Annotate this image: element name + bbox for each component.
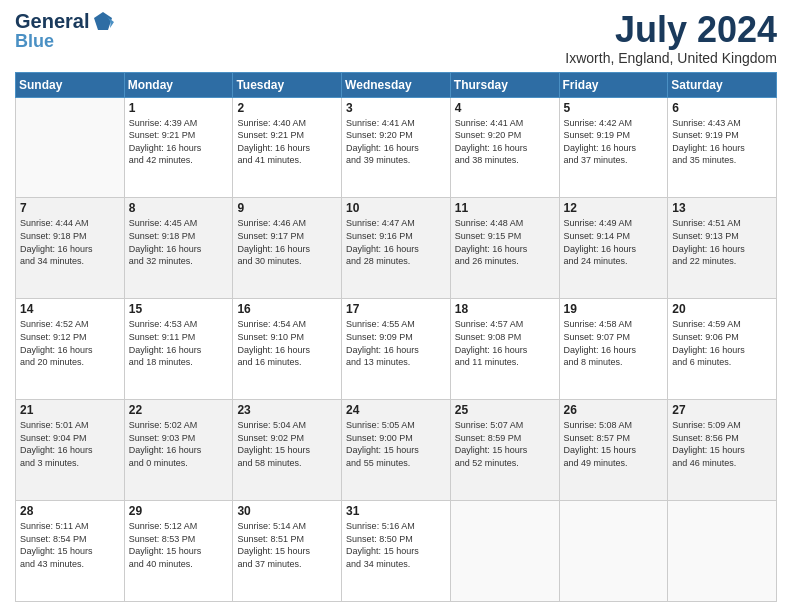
day-number: 24 [346,403,446,417]
day-info: Sunrise: 4:42 AM Sunset: 9:19 PM Dayligh… [564,117,664,167]
day-number: 21 [20,403,120,417]
day-number: 1 [129,101,229,115]
day-number: 25 [455,403,555,417]
logo: General Blue [15,10,114,50]
day-info: Sunrise: 4:45 AM Sunset: 9:18 PM Dayligh… [129,217,229,267]
day-info: Sunrise: 5:11 AM Sunset: 8:54 PM Dayligh… [20,520,120,570]
day-number: 3 [346,101,446,115]
day-info: Sunrise: 5:01 AM Sunset: 9:04 PM Dayligh… [20,419,120,469]
calendar-day-cell: 4Sunrise: 4:41 AM Sunset: 9:20 PM Daylig… [450,97,559,198]
calendar-day-cell [450,501,559,602]
calendar-day-cell: 28Sunrise: 5:11 AM Sunset: 8:54 PM Dayli… [16,501,125,602]
calendar-table: SundayMondayTuesdayWednesdayThursdayFrid… [15,72,777,602]
calendar-day-cell: 6Sunrise: 4:43 AM Sunset: 9:19 PM Daylig… [668,97,777,198]
calendar-header-row: SundayMondayTuesdayWednesdayThursdayFrid… [16,72,777,97]
calendar-day-cell: 1Sunrise: 4:39 AM Sunset: 9:21 PM Daylig… [124,97,233,198]
calendar-week-row: 21Sunrise: 5:01 AM Sunset: 9:04 PM Dayli… [16,400,777,501]
calendar-week-row: 28Sunrise: 5:11 AM Sunset: 8:54 PM Dayli… [16,501,777,602]
calendar-day-cell: 14Sunrise: 4:52 AM Sunset: 9:12 PM Dayli… [16,299,125,400]
calendar-day-cell: 7Sunrise: 4:44 AM Sunset: 9:18 PM Daylig… [16,198,125,299]
day-info: Sunrise: 4:49 AM Sunset: 9:14 PM Dayligh… [564,217,664,267]
day-number: 11 [455,201,555,215]
day-number: 9 [237,201,337,215]
day-info: Sunrise: 4:40 AM Sunset: 9:21 PM Dayligh… [237,117,337,167]
calendar-day-cell: 24Sunrise: 5:05 AM Sunset: 9:00 PM Dayli… [342,400,451,501]
calendar-day-header: Wednesday [342,72,451,97]
calendar-day-cell: 18Sunrise: 4:57 AM Sunset: 9:08 PM Dayli… [450,299,559,400]
calendar-day-cell: 30Sunrise: 5:14 AM Sunset: 8:51 PM Dayli… [233,501,342,602]
day-number: 27 [672,403,772,417]
day-number: 23 [237,403,337,417]
calendar-day-cell: 8Sunrise: 4:45 AM Sunset: 9:18 PM Daylig… [124,198,233,299]
day-info: Sunrise: 4:57 AM Sunset: 9:08 PM Dayligh… [455,318,555,368]
month-title: July 2024 [565,10,777,50]
calendar-day-cell: 27Sunrise: 5:09 AM Sunset: 8:56 PM Dayli… [668,400,777,501]
calendar-day-cell: 11Sunrise: 4:48 AM Sunset: 9:15 PM Dayli… [450,198,559,299]
day-info: Sunrise: 5:02 AM Sunset: 9:03 PM Dayligh… [129,419,229,469]
page: General Blue July 2024 Ixworth, England,… [0,0,792,612]
calendar-day-cell: 13Sunrise: 4:51 AM Sunset: 9:13 PM Dayli… [668,198,777,299]
calendar-day-cell: 17Sunrise: 4:55 AM Sunset: 9:09 PM Dayli… [342,299,451,400]
calendar-day-cell: 20Sunrise: 4:59 AM Sunset: 9:06 PM Dayli… [668,299,777,400]
calendar-day-cell [16,97,125,198]
calendar-day-cell: 15Sunrise: 4:53 AM Sunset: 9:11 PM Dayli… [124,299,233,400]
day-info: Sunrise: 5:08 AM Sunset: 8:57 PM Dayligh… [564,419,664,469]
calendar-day-cell: 23Sunrise: 5:04 AM Sunset: 9:02 PM Dayli… [233,400,342,501]
day-number: 18 [455,302,555,316]
day-number: 19 [564,302,664,316]
header: General Blue July 2024 Ixworth, England,… [15,10,777,66]
day-info: Sunrise: 5:14 AM Sunset: 8:51 PM Dayligh… [237,520,337,570]
calendar-day-cell: 29Sunrise: 5:12 AM Sunset: 8:53 PM Dayli… [124,501,233,602]
day-info: Sunrise: 4:52 AM Sunset: 9:12 PM Dayligh… [20,318,120,368]
logo-blue: Blue [15,32,54,50]
day-number: 22 [129,403,229,417]
calendar-day-cell: 26Sunrise: 5:08 AM Sunset: 8:57 PM Dayli… [559,400,668,501]
day-number: 16 [237,302,337,316]
day-info: Sunrise: 5:12 AM Sunset: 8:53 PM Dayligh… [129,520,229,570]
day-number: 14 [20,302,120,316]
day-number: 31 [346,504,446,518]
day-info: Sunrise: 5:05 AM Sunset: 9:00 PM Dayligh… [346,419,446,469]
day-number: 29 [129,504,229,518]
day-number: 8 [129,201,229,215]
calendar-day-header: Monday [124,72,233,97]
calendar-day-cell: 31Sunrise: 5:16 AM Sunset: 8:50 PM Dayli… [342,501,451,602]
calendar-day-cell [559,501,668,602]
calendar-day-header: Saturday [668,72,777,97]
day-info: Sunrise: 4:51 AM Sunset: 9:13 PM Dayligh… [672,217,772,267]
day-info: Sunrise: 4:43 AM Sunset: 9:19 PM Dayligh… [672,117,772,167]
calendar-week-row: 14Sunrise: 4:52 AM Sunset: 9:12 PM Dayli… [16,299,777,400]
calendar-day-cell: 5Sunrise: 4:42 AM Sunset: 9:19 PM Daylig… [559,97,668,198]
calendar-day-cell: 9Sunrise: 4:46 AM Sunset: 9:17 PM Daylig… [233,198,342,299]
day-info: Sunrise: 4:47 AM Sunset: 9:16 PM Dayligh… [346,217,446,267]
day-number: 15 [129,302,229,316]
calendar-day-cell: 12Sunrise: 4:49 AM Sunset: 9:14 PM Dayli… [559,198,668,299]
day-number: 4 [455,101,555,115]
calendar-day-cell: 19Sunrise: 4:58 AM Sunset: 9:07 PM Dayli… [559,299,668,400]
day-number: 13 [672,201,772,215]
day-info: Sunrise: 4:46 AM Sunset: 9:17 PM Dayligh… [237,217,337,267]
calendar-week-row: 1Sunrise: 4:39 AM Sunset: 9:21 PM Daylig… [16,97,777,198]
calendar-day-cell: 10Sunrise: 4:47 AM Sunset: 9:16 PM Dayli… [342,198,451,299]
day-number: 12 [564,201,664,215]
calendar-day-cell [668,501,777,602]
day-info: Sunrise: 4:39 AM Sunset: 9:21 PM Dayligh… [129,117,229,167]
location: Ixworth, England, United Kingdom [565,50,777,66]
calendar-day-header: Friday [559,72,668,97]
day-info: Sunrise: 5:09 AM Sunset: 8:56 PM Dayligh… [672,419,772,469]
day-number: 26 [564,403,664,417]
day-info: Sunrise: 5:04 AM Sunset: 9:02 PM Dayligh… [237,419,337,469]
day-info: Sunrise: 4:41 AM Sunset: 9:20 PM Dayligh… [455,117,555,167]
day-number: 5 [564,101,664,115]
day-number: 6 [672,101,772,115]
calendar-day-cell: 21Sunrise: 5:01 AM Sunset: 9:04 PM Dayli… [16,400,125,501]
logo-general: General [15,11,89,31]
day-number: 10 [346,201,446,215]
calendar-day-cell: 3Sunrise: 4:41 AM Sunset: 9:20 PM Daylig… [342,97,451,198]
day-info: Sunrise: 4:59 AM Sunset: 9:06 PM Dayligh… [672,318,772,368]
day-number: 7 [20,201,120,215]
day-number: 20 [672,302,772,316]
header-right: July 2024 Ixworth, England, United Kingd… [565,10,777,66]
day-info: Sunrise: 4:53 AM Sunset: 9:11 PM Dayligh… [129,318,229,368]
day-number: 2 [237,101,337,115]
